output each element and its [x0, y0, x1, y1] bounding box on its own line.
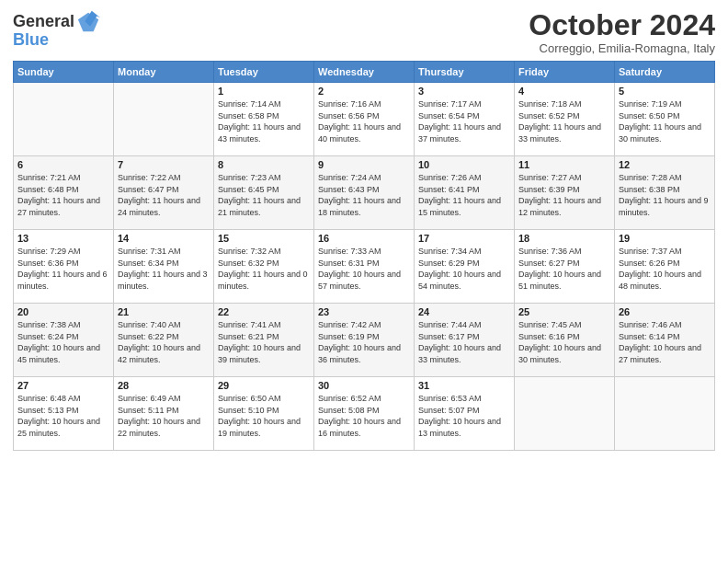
- calendar-cell: 1Sunrise: 7:14 AMSunset: 6:58 PMDaylight…: [214, 83, 314, 156]
- day-info: Sunrise: 7:21 AMSunset: 6:48 PMDaylight:…: [17, 172, 109, 218]
- day-info: Sunrise: 7:37 AMSunset: 6:26 PMDaylight:…: [619, 246, 711, 292]
- day-info: Sunrise: 7:17 AMSunset: 6:54 PMDaylight:…: [418, 98, 510, 144]
- location: Correggio, Emilia-Romagna, Italy: [529, 41, 715, 55]
- day-number: 10: [418, 159, 510, 170]
- calendar-cell: 10Sunrise: 7:26 AMSunset: 6:41 PMDayligh…: [415, 156, 515, 230]
- day-number: 17: [418, 233, 510, 244]
- calendar-cell: 30Sunrise: 6:52 AMSunset: 5:08 PMDayligh…: [314, 377, 415, 451]
- calendar-cell: 22Sunrise: 7:41 AMSunset: 6:21 PMDayligh…: [214, 304, 314, 377]
- day-number: 4: [518, 86, 610, 97]
- weekday-header-saturday: Saturday: [615, 62, 715, 83]
- day-info: Sunrise: 7:19 AMSunset: 6:50 PMDaylight:…: [619, 98, 711, 144]
- day-info: Sunrise: 7:22 AMSunset: 6:47 PMDaylight:…: [118, 172, 210, 218]
- day-info: Sunrise: 7:45 AMSunset: 6:16 PMDaylight:…: [518, 319, 610, 365]
- day-number: 8: [218, 159, 310, 170]
- calendar-cell: 19Sunrise: 7:37 AMSunset: 6:26 PMDayligh…: [615, 230, 715, 304]
- day-info: Sunrise: 7:46 AMSunset: 6:14 PMDaylight:…: [619, 319, 711, 365]
- calendar-cell: [615, 377, 715, 451]
- calendar-cell: 11Sunrise: 7:27 AMSunset: 6:39 PMDayligh…: [515, 156, 615, 230]
- calendar-cell: 5Sunrise: 7:19 AMSunset: 6:50 PMDaylight…: [615, 83, 715, 156]
- calendar-cell: 27Sunrise: 6:48 AMSunset: 5:13 PMDayligh…: [14, 377, 114, 451]
- weekday-header-wednesday: Wednesday: [314, 62, 415, 83]
- day-number: 12: [619, 159, 711, 170]
- day-number: 13: [17, 233, 109, 244]
- day-info: Sunrise: 7:27 AMSunset: 6:39 PMDaylight:…: [518, 172, 610, 218]
- weekday-header-friday: Friday: [515, 62, 615, 83]
- calendar-cell: 12Sunrise: 7:28 AMSunset: 6:38 PMDayligh…: [615, 156, 715, 230]
- logo-icon: [76, 9, 102, 35]
- day-number: 9: [318, 159, 410, 170]
- day-number: 1: [218, 86, 310, 97]
- calendar-cell: 26Sunrise: 7:46 AMSunset: 6:14 PMDayligh…: [615, 304, 715, 377]
- logo-blue-text: Blue: [13, 31, 49, 50]
- day-number: 26: [619, 306, 711, 317]
- logo: General Blue: [13, 9, 102, 50]
- calendar-cell: 3Sunrise: 7:17 AMSunset: 6:54 PMDaylight…: [415, 83, 515, 156]
- day-number: 23: [318, 306, 410, 317]
- day-number: 25: [518, 306, 610, 317]
- day-info: Sunrise: 7:23 AMSunset: 6:45 PMDaylight:…: [218, 172, 310, 218]
- day-info: Sunrise: 7:16 AMSunset: 6:56 PMDaylight:…: [318, 98, 410, 144]
- day-number: 15: [218, 233, 310, 244]
- day-number: 19: [619, 233, 711, 244]
- calendar-cell: 17Sunrise: 7:34 AMSunset: 6:29 PMDayligh…: [415, 230, 515, 304]
- day-number: 16: [318, 233, 410, 244]
- calendar-cell: [114, 83, 214, 156]
- calendar-cell: 20Sunrise: 7:38 AMSunset: 6:24 PMDayligh…: [14, 304, 114, 377]
- calendar-cell: [14, 83, 114, 156]
- calendar-cell: 23Sunrise: 7:42 AMSunset: 6:19 PMDayligh…: [314, 304, 415, 377]
- day-info: Sunrise: 7:28 AMSunset: 6:38 PMDaylight:…: [619, 172, 711, 218]
- calendar-cell: 18Sunrise: 7:36 AMSunset: 6:27 PMDayligh…: [515, 230, 615, 304]
- day-info: Sunrise: 6:49 AMSunset: 5:11 PMDaylight:…: [118, 393, 210, 439]
- day-number: 5: [619, 86, 711, 97]
- day-info: Sunrise: 7:41 AMSunset: 6:21 PMDaylight:…: [218, 319, 310, 365]
- calendar-cell: 7Sunrise: 7:22 AMSunset: 6:47 PMDaylight…: [114, 156, 214, 230]
- day-number: 14: [118, 233, 210, 244]
- day-info: Sunrise: 6:53 AMSunset: 5:07 PMDaylight:…: [418, 393, 510, 439]
- day-info: Sunrise: 7:33 AMSunset: 6:31 PMDaylight:…: [318, 246, 410, 292]
- logo-text: General: [13, 13, 74, 31]
- calendar-cell: 13Sunrise: 7:29 AMSunset: 6:36 PMDayligh…: [14, 230, 114, 304]
- weekday-header-row: SundayMondayTuesdayWednesdayThursdayFrid…: [14, 62, 715, 83]
- day-info: Sunrise: 7:34 AMSunset: 6:29 PMDaylight:…: [418, 246, 510, 292]
- day-info: Sunrise: 7:42 AMSunset: 6:19 PMDaylight:…: [318, 319, 410, 365]
- calendar-cell: 25Sunrise: 7:45 AMSunset: 6:16 PMDayligh…: [515, 304, 615, 377]
- day-number: 29: [218, 380, 310, 391]
- day-info: Sunrise: 7:24 AMSunset: 6:43 PMDaylight:…: [318, 172, 410, 218]
- day-info: Sunrise: 7:18 AMSunset: 6:52 PMDaylight:…: [518, 98, 610, 144]
- day-info: Sunrise: 6:50 AMSunset: 5:10 PMDaylight:…: [218, 393, 310, 439]
- calendar-cell: 2Sunrise: 7:16 AMSunset: 6:56 PMDaylight…: [314, 83, 415, 156]
- calendar-cell: 31Sunrise: 6:53 AMSunset: 5:07 PMDayligh…: [415, 377, 515, 451]
- calendar-cell: 24Sunrise: 7:44 AMSunset: 6:17 PMDayligh…: [415, 304, 515, 377]
- day-number: 2: [318, 86, 410, 97]
- day-number: 24: [418, 306, 510, 317]
- day-number: 22: [218, 306, 310, 317]
- day-number: 30: [318, 380, 410, 391]
- calendar-cell: 9Sunrise: 7:24 AMSunset: 6:43 PMDaylight…: [314, 156, 415, 230]
- calendar-cell: 21Sunrise: 7:40 AMSunset: 6:22 PMDayligh…: [114, 304, 214, 377]
- calendar-cell: 29Sunrise: 6:50 AMSunset: 5:10 PMDayligh…: [214, 377, 314, 451]
- title-block: October 2024 Correggio, Emilia-Romagna, …: [529, 9, 715, 55]
- day-info: Sunrise: 7:44 AMSunset: 6:17 PMDaylight:…: [418, 319, 510, 365]
- day-number: 31: [418, 380, 510, 391]
- weekday-header-thursday: Thursday: [415, 62, 515, 83]
- day-number: 20: [17, 306, 109, 317]
- calendar-cell: 6Sunrise: 7:21 AMSunset: 6:48 PMDaylight…: [14, 156, 114, 230]
- day-info: Sunrise: 7:29 AMSunset: 6:36 PMDaylight:…: [17, 246, 109, 292]
- header: General Blue October 2024 Correggio, Emi…: [13, 9, 715, 55]
- calendar-cell: 8Sunrise: 7:23 AMSunset: 6:45 PMDaylight…: [214, 156, 314, 230]
- day-number: 7: [118, 159, 210, 170]
- day-info: Sunrise: 7:14 AMSunset: 6:58 PMDaylight:…: [218, 98, 310, 144]
- day-info: Sunrise: 7:40 AMSunset: 6:22 PMDaylight:…: [118, 319, 210, 365]
- page: General Blue October 2024 Correggio, Emi…: [0, 0, 728, 563]
- day-info: Sunrise: 7:26 AMSunset: 6:41 PMDaylight:…: [418, 172, 510, 218]
- day-number: 28: [118, 380, 210, 391]
- day-info: Sunrise: 6:48 AMSunset: 5:13 PMDaylight:…: [17, 393, 109, 439]
- week-row-5: 27Sunrise: 6:48 AMSunset: 5:13 PMDayligh…: [14, 377, 715, 451]
- day-info: Sunrise: 7:32 AMSunset: 6:32 PMDaylight:…: [218, 246, 310, 292]
- week-row-2: 6Sunrise: 7:21 AMSunset: 6:48 PMDaylight…: [14, 156, 715, 230]
- day-info: Sunrise: 7:38 AMSunset: 6:24 PMDaylight:…: [17, 319, 109, 365]
- day-number: 27: [17, 380, 109, 391]
- day-number: 18: [518, 233, 610, 244]
- calendar-cell: [515, 377, 615, 451]
